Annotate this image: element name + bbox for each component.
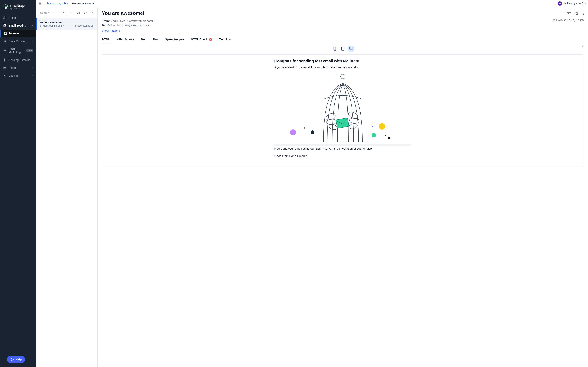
flask-icon <box>3 24 7 27</box>
chevron-right-icon: › <box>33 75 33 77</box>
mailtrap-logo-icon <box>3 4 8 9</box>
svg-point-12 <box>583 14 583 15</box>
chevron-right-icon: › <box>33 40 33 42</box>
nav-email-testing[interactable]: Email Testing ▾ <box>0 22 36 30</box>
breadcrumb-my-inbox[interactable]: My Inbox <box>58 2 69 5</box>
svg-point-34 <box>348 123 358 130</box>
tab-html-source[interactable]: HTML Source <box>116 36 135 43</box>
refresh-icon[interactable] <box>76 10 81 16</box>
clear-inbox-icon[interactable] <box>83 10 88 16</box>
email-p1: If you are viewing this email in your in… <box>274 65 411 69</box>
to-value: Mailtrap Inbox <to@example.com> <box>107 24 149 27</box>
tab-html-check-label: HTML Check <box>191 38 208 41</box>
message-time: a few seconds ago <box>75 25 95 27</box>
breadcrumb-current: You are awesome! <box>72 2 95 5</box>
svg-point-26 <box>340 74 345 79</box>
html-check-badge: 6 <box>209 38 212 41</box>
svg-rect-2 <box>4 67 6 69</box>
search-input[interactable] <box>38 9 67 16</box>
detail-actions <box>567 11 584 15</box>
nav-home-label: Home <box>8 16 16 19</box>
help-label: Help <box>16 358 22 361</box>
detail-title: You are awesome! <box>102 10 145 16</box>
mark-read-icon[interactable] <box>69 10 74 16</box>
show-headers-link[interactable]: Show Headers <box>102 29 584 32</box>
svg-rect-0 <box>4 25 6 27</box>
tab-raw[interactable]: Raw <box>153 36 159 43</box>
device-desktop-icon[interactable] <box>348 46 354 52</box>
device-tablet-icon[interactable] <box>340 46 346 52</box>
nav-billing[interactable]: Billing › <box>0 64 36 72</box>
message-subject: You are awesome! <box>40 21 95 24</box>
breadcrumb-inboxes[interactable]: Inboxes <box>45 2 54 5</box>
delete-icon[interactable] <box>575 12 579 15</box>
nav-email-marketing[interactable]: Email Marketing soon <box>0 45 36 56</box>
nav-email-testing-submenu: Inboxes <box>0 30 36 37</box>
message-to: to: <to@example.com> <box>40 25 64 27</box>
tab-html-check[interactable]: HTML Check6 <box>191 36 213 43</box>
nav-email-marketing-label: Email Marketing <box>8 47 25 54</box>
lifebuoy-icon <box>11 358 14 361</box>
timestamp: 2024-01-30 15:45, 1.6 KB <box>552 19 584 22</box>
breadcrumb: Inboxes › My Inbox › You are awesome! <box>45 2 95 5</box>
svg-point-5 <box>12 359 13 360</box>
device-mobile-icon[interactable] <box>332 46 338 52</box>
sidebar: mailtrap by railsware Home Email Testing… <box>0 0 36 367</box>
brand-byline: by railsware <box>10 8 25 9</box>
message-item[interactable]: You are awesome! to: <to@example.com> a … <box>36 18 97 30</box>
tab-html[interactable]: HTML <box>102 36 110 43</box>
preview-toolbar <box>102 43 584 54</box>
svg-point-3 <box>5 75 6 76</box>
email-body: Congrats for sending test email with Mai… <box>274 55 411 167</box>
tab-text[interactable]: Text <box>141 36 147 43</box>
svg-point-10 <box>583 12 583 12</box>
svg-point-14 <box>334 50 335 50</box>
nav-settings-label: Settings <box>8 74 19 77</box>
svg-point-20 <box>311 131 314 134</box>
inbox-icon <box>4 32 7 35</box>
svg-point-11 <box>583 13 583 14</box>
nav-sending-domains[interactable]: Sending Domains <box>0 56 36 64</box>
breadcrumb-sep-icon: › <box>56 2 56 5</box>
globe-icon <box>3 58 7 62</box>
chevron-down-icon: ▾ <box>585 2 586 5</box>
tab-spam-analysis[interactable]: Spam Analysis <box>165 36 185 43</box>
message-detail: You are awesome! From: Magic Elves <from… <box>98 7 588 367</box>
nav-home[interactable]: Home <box>0 14 36 22</box>
svg-point-8 <box>92 12 93 13</box>
more-icon[interactable] <box>583 12 584 15</box>
email-p2: Now send your email using our SMTP serve… <box>274 147 411 151</box>
chevron-down-icon: ▾ <box>32 25 33 27</box>
forward-icon[interactable] <box>567 11 571 15</box>
account-name: Mailtrap (Demo) <box>563 2 583 5</box>
email-illustration <box>274 73 411 145</box>
svg-rect-9 <box>567 12 570 14</box>
help-button[interactable]: Help <box>7 356 25 363</box>
email-heading: Congrats for sending test email with Mai… <box>274 59 411 63</box>
from-label: From: <box>102 19 110 23</box>
tab-tech-info[interactable]: Tech Info <box>219 36 232 43</box>
main-area: Inboxes › My Inbox › You are awesome! M … <box>36 0 588 367</box>
svg-point-18 <box>290 129 296 135</box>
email-p3: Good luck! Hope it works. <box>274 154 411 158</box>
card-icon <box>3 66 7 70</box>
account-menu[interactable]: M Mailtrap (Demo) ▾ <box>558 1 586 6</box>
svg-point-25 <box>388 137 390 140</box>
gear-icon <box>3 74 7 77</box>
brand-name: mailtrap <box>10 4 25 8</box>
to-label: To: <box>102 24 106 27</box>
brand-logo[interactable]: mailtrap by railsware <box>0 0 36 14</box>
nav-inboxes[interactable]: Inboxes <box>0 30 36 37</box>
nav-email-sending-label: Email Sending <box>8 40 26 43</box>
svg-point-21 <box>372 126 373 127</box>
detail-tabs: HTML HTML Source Text Raw Spam Analysis … <box>102 36 584 43</box>
svg-point-24 <box>385 135 386 136</box>
open-external-icon[interactable] <box>580 45 584 49</box>
soon-badge: soon <box>26 49 33 52</box>
nav-settings[interactable]: Settings › <box>0 72 36 80</box>
nav-email-sending[interactable]: Email Sending › <box>0 37 36 45</box>
chevron-right-icon: › <box>33 67 33 69</box>
inbox-settings-icon[interactable] <box>90 10 95 16</box>
menu-icon[interactable] <box>39 2 42 5</box>
svg-point-19 <box>304 127 305 129</box>
